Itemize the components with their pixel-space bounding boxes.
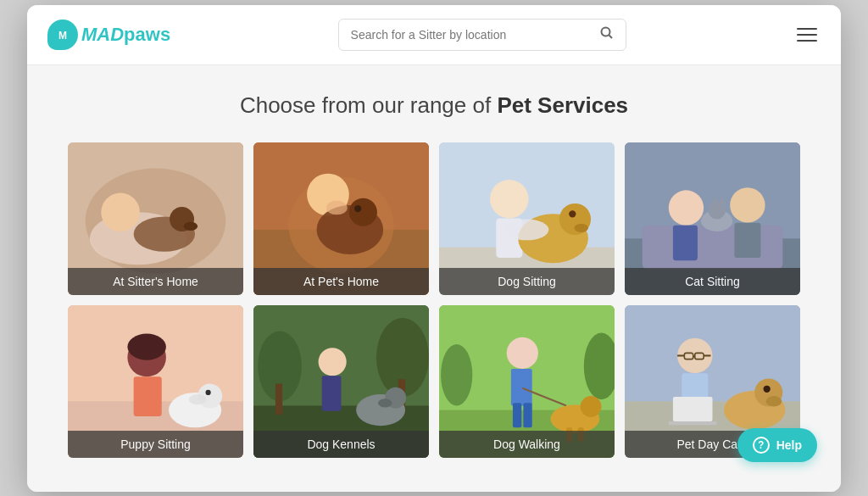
service-card-pet-home[interactable]: At Pet's Home — [253, 142, 429, 295]
svg-rect-83 — [669, 421, 717, 425]
svg-text:M: M — [58, 30, 67, 42]
title-prefix: Choose from our range of — [240, 92, 498, 118]
service-label-dog-kennels: Dog Kennels — [253, 431, 429, 458]
svg-point-10 — [184, 221, 198, 230]
service-label-dog-sitting: Dog Sitting — [439, 268, 615, 295]
svg-point-43 — [127, 333, 166, 359]
svg-point-17 — [326, 200, 348, 215]
svg-rect-78 — [693, 355, 695, 357]
service-card-sitter-home[interactable]: At Sitter's Home — [68, 142, 243, 295]
svg-point-55 — [319, 348, 347, 376]
service-card-puppy-sitting[interactable]: Puppy Sitting — [68, 305, 243, 458]
browser-window: M MADpaws Choose from our range — [27, 5, 841, 492]
svg-point-16 — [349, 198, 377, 226]
service-card-dog-sitting[interactable]: Dog Sitting — [439, 142, 615, 295]
help-button[interactable]: ? Help — [737, 428, 817, 462]
svg-point-7 — [101, 192, 140, 231]
svg-rect-35 — [734, 222, 760, 257]
service-label-pet-home: At Pet's Home — [253, 268, 429, 295]
svg-point-64 — [507, 337, 538, 368]
main-content: Choose from our range of Pet Services At… — [27, 65, 841, 492]
hamburger-menu[interactable] — [793, 25, 821, 45]
search-input[interactable] — [351, 28, 593, 42]
svg-point-48 — [205, 389, 210, 394]
logo-paws: paws — [124, 24, 170, 45]
svg-rect-67 — [523, 403, 531, 427]
page-title: Choose from our range of Pet Services — [68, 92, 800, 119]
svg-rect-82 — [673, 397, 713, 421]
svg-point-34 — [730, 187, 765, 222]
service-label-puppy-sitting: Puppy Sitting — [68, 431, 243, 458]
svg-point-2 — [601, 27, 609, 36]
svg-rect-53 — [275, 383, 282, 414]
service-label-sitter-home: At Sitter's Home — [68, 268, 243, 295]
logo[interactable]: M MADpaws — [47, 20, 170, 50]
svg-line-3 — [609, 35, 612, 38]
svg-point-62 — [441, 344, 472, 405]
svg-point-26 — [574, 223, 588, 231]
svg-point-59 — [378, 398, 392, 407]
logo-icon: M — [47, 20, 78, 50]
service-card-cat-sitting[interactable]: Cat Sitting — [625, 142, 800, 295]
header: M MADpaws — [27, 5, 841, 65]
help-label: Help — [776, 438, 802, 452]
logo-text: MADpaws — [81, 24, 170, 46]
svg-rect-79 — [677, 354, 684, 356]
svg-point-18 — [354, 204, 361, 211]
service-label-cat-sitting: Cat Sitting — [625, 268, 800, 295]
service-label-dog-walking: Dog Walking — [439, 431, 615, 458]
svg-point-87 — [764, 385, 771, 392]
services-grid: At Sitter's Home At Pet's Home — [68, 142, 800, 458]
svg-point-47 — [189, 394, 207, 404]
service-card-dog-kennels[interactable]: Dog Kennels — [253, 305, 429, 458]
svg-rect-56 — [322, 376, 342, 410]
search-bar[interactable] — [338, 19, 626, 51]
svg-point-28 — [505, 219, 549, 240]
question-icon: ? — [753, 437, 770, 454]
svg-rect-44 — [134, 376, 162, 416]
svg-rect-33 — [673, 225, 698, 259]
svg-rect-80 — [704, 354, 710, 356]
svg-point-70 — [581, 396, 602, 417]
service-card-dog-walking[interactable]: Dog Walking — [439, 305, 615, 458]
svg-rect-65 — [511, 368, 532, 404]
title-bold: Pet Services — [497, 92, 628, 118]
svg-point-22 — [490, 179, 529, 218]
svg-rect-66 — [513, 403, 521, 427]
svg-rect-31 — [643, 225, 783, 269]
svg-point-27 — [569, 210, 576, 217]
svg-point-37 — [708, 201, 726, 219]
logo-mad: MAD — [81, 24, 124, 45]
svg-point-32 — [669, 190, 704, 225]
svg-point-86 — [766, 396, 782, 406]
search-icon — [600, 26, 614, 43]
